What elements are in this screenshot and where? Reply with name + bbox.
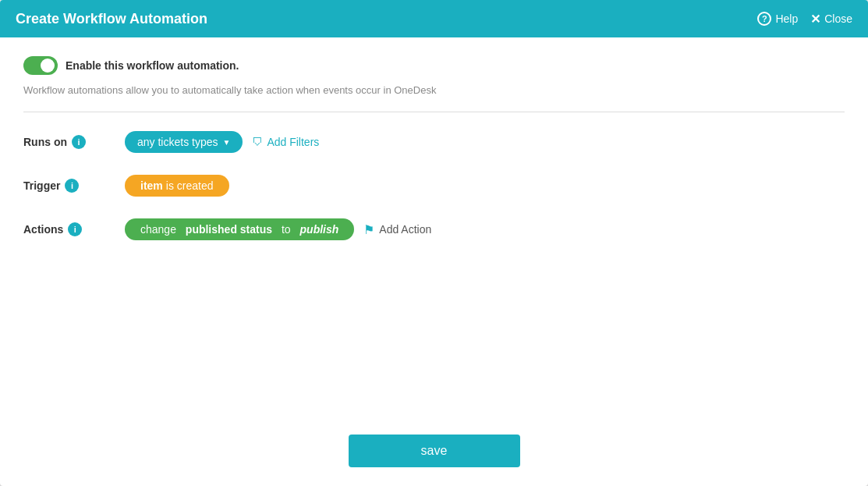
add-filters-label: Add Filters — [267, 136, 319, 148]
actions-label-col: Actions i — [23, 222, 125, 236]
filter-icon: ⛉ — [252, 136, 263, 148]
toggle-track — [23, 56, 58, 75]
runs-on-label-col: Runs on i — [23, 135, 125, 149]
help-button[interactable]: ? Help — [757, 12, 798, 26]
runs-on-label: Runs on — [23, 136, 67, 148]
trigger-item-text: item — [140, 179, 163, 192]
toggle-label: Enable this workflow automation. — [66, 59, 239, 72]
modal-body: Enable this workflow automation. Workflo… — [0, 37, 868, 422]
help-label: Help — [775, 12, 798, 25]
close-button[interactable]: ✕ Close — [810, 12, 852, 27]
toggle-thumb — [41, 59, 55, 73]
header-actions: ? Help ✕ Close — [757, 12, 852, 27]
trigger-info-icon[interactable]: i — [65, 179, 79, 193]
action-to-text: to — [282, 223, 291, 236]
add-action-label: Add Action — [379, 223, 431, 236]
runs-on-pill[interactable]: any tickets types ▼ — [125, 131, 243, 153]
trigger-label-col: Trigger i — [23, 179, 125, 193]
flag-icon: ⚑ — [363, 222, 374, 237]
actions-info-icon[interactable]: i — [68, 222, 82, 236]
enable-toggle[interactable] — [23, 56, 58, 75]
actions-label: Actions — [23, 223, 63, 236]
add-filters-button[interactable]: ⛉ Add Filters — [252, 136, 319, 148]
action-change-text: change — [140, 223, 176, 236]
actions-content: change published status to publish ⚑ Add… — [125, 218, 431, 240]
trigger-content: item is created — [125, 175, 229, 197]
action-italic-text: publish — [300, 223, 339, 236]
add-action-button[interactable]: ⚑ Add Action — [363, 222, 431, 237]
trigger-label: Trigger — [23, 179, 60, 192]
toggle-row: Enable this workflow automation. — [23, 56, 845, 75]
modal-footer: save — [0, 422, 868, 486]
runs-on-info-icon[interactable]: i — [72, 135, 86, 149]
help-icon: ? — [757, 12, 771, 26]
modal-title: Create Workflow Automation — [16, 11, 207, 27]
close-label: Close — [824, 12, 852, 25]
action-bold-text: published status — [186, 223, 272, 236]
save-button[interactable]: save — [349, 435, 520, 467]
actions-row: Actions i change published status to pub… — [23, 218, 845, 240]
trigger-rest-text: is created — [166, 179, 214, 192]
trigger-row: Trigger i item is created — [23, 175, 845, 197]
runs-on-row: Runs on i any tickets types ▼ ⛉ Add Filt… — [23, 131, 845, 153]
description-text: Workflow automations allow you to automa… — [23, 84, 845, 96]
chevron-down-icon: ▼ — [223, 138, 231, 147]
action-pill[interactable]: change published status to publish — [125, 218, 354, 240]
runs-on-content: any tickets types ▼ ⛉ Add Filters — [125, 131, 319, 153]
divider — [23, 112, 845, 112]
close-icon: ✕ — [810, 12, 820, 27]
modal-header: Create Workflow Automation ? Help ✕ Clos… — [0, 0, 868, 37]
modal-create-workflow: Create Workflow Automation ? Help ✕ Clos… — [0, 0, 868, 486]
trigger-pill[interactable]: item is created — [125, 175, 229, 197]
runs-on-value: any tickets types — [137, 136, 218, 148]
